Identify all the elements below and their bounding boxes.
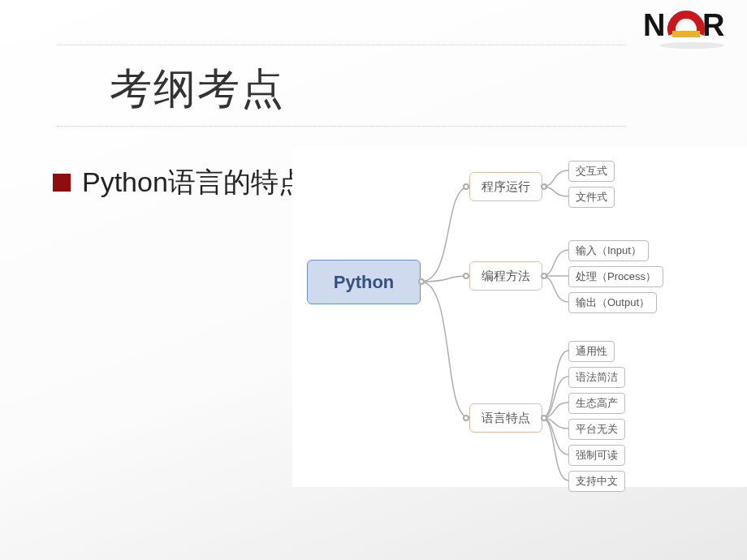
connector-dot-icon [541, 415, 547, 421]
mindmap-leaf: 强制可读 [568, 445, 625, 466]
bullet-text: Python语言的特点 [82, 164, 306, 201]
svg-point-2 [659, 42, 724, 49]
svg-text:R: R [702, 8, 724, 42]
mindmap-leaf: 语法简洁 [568, 367, 625, 388]
mindmap-root: Python [307, 260, 421, 304]
connector-dot-icon [463, 415, 469, 421]
connector-dot-icon [463, 183, 469, 190]
mindmap-leaf: 输出（Output） [568, 292, 657, 313]
divider [57, 45, 625, 45]
mindmap: Python 程序运行 交互式 文件式 编程方法 输入（Input） 处理（Pr… [292, 146, 747, 487]
mindmap-leaf: 通用性 [568, 341, 615, 362]
slide: N R 考纲考点 Python语言的特点 [0, 0, 747, 560]
mindmap-leaf: 文件式 [568, 187, 615, 208]
mindmap-leaf: 处理（Process） [568, 266, 663, 287]
connector-dot-icon [418, 278, 425, 285]
mindmap-leaf: 支持中文 [568, 471, 625, 492]
slide-title: 考纲考点 [110, 61, 285, 118]
mindmap-branch: 编程方法 [469, 261, 542, 291]
svg-text:N: N [643, 8, 665, 42]
connector-dot-icon [541, 273, 547, 279]
bullet-item: Python语言的特点 [53, 164, 306, 201]
mindmap-branch: 语言特点 [469, 403, 542, 433]
connector-dot-icon [463, 273, 469, 279]
mindmap-leaf: 生态高产 [568, 393, 625, 414]
mindmap-branch: 程序运行 [469, 172, 542, 201]
mindmap-leaf: 平台无关 [568, 419, 625, 440]
bullet-marker-icon [53, 174, 71, 192]
ncr-logo: N R [643, 5, 741, 50]
divider [57, 126, 625, 127]
mindmap-leaf: 交互式 [568, 161, 615, 182]
connector-dot-icon [541, 183, 547, 190]
mindmap-leaf: 输入（Input） [568, 240, 649, 261]
